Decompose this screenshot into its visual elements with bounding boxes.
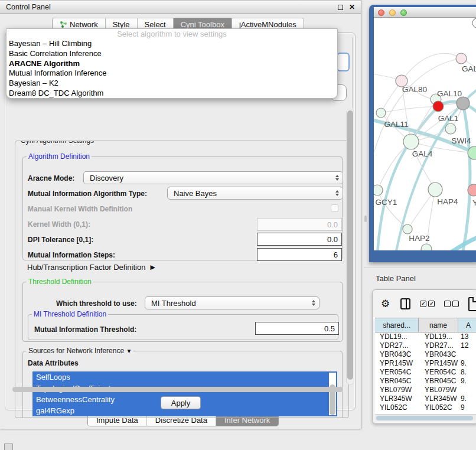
node-salmon[interactable]: [468, 184, 476, 196]
table-row[interactable]: YDR27... YDR27... 12: [375, 341, 476, 350]
node-hap2[interactable]: [403, 224, 412, 234]
node-label: GAL4: [412, 149, 433, 158]
cell-name: YBL079W: [419, 386, 458, 394]
minimize-traffic-light-icon[interactable]: [389, 9, 396, 16]
attributes-scrollbar[interactable]: [329, 373, 336, 415]
document-icon[interactable]: [468, 297, 476, 311]
node-partial-bottom[interactable]: [421, 244, 432, 250]
cell-value: [458, 350, 476, 359]
close-icon[interactable]: ✕: [349, 5, 355, 10]
column-header-name[interactable]: name: [419, 318, 458, 332]
node-gray[interactable]: [457, 97, 470, 110]
group-title: MI Threshold Definition: [32, 310, 108, 318]
network-window-titlebar[interactable]: [374, 7, 476, 18]
mi-threshold-definition-group: MI Threshold Definition Mutual Informati…: [28, 314, 338, 340]
close-traffic-light-icon[interactable]: [378, 9, 384, 16]
algorithm-option[interactable]: Bayesian – Hill Climbing: [6, 39, 337, 49]
settings-horizontal-scrollbar[interactable]: [12, 387, 343, 392]
unchecked-checkbox-icon: [444, 301, 451, 307]
table-row[interactable]: YBR045C YBR045C 9.: [375, 377, 476, 386]
network-edge[interactable]: [462, 103, 470, 250]
table-row[interactable]: YDL19... YDL19... 13: [375, 332, 476, 341]
node-gal11[interactable]: [376, 108, 386, 118]
network-edge[interactable]: [445, 235, 476, 250]
node-gcy1[interactable]: [374, 185, 383, 195]
hidden-groupbox-border-fragment: [352, 37, 353, 108]
hub-definition-expander[interactable]: Hub/Transcription Factor Definition ▶: [27, 263, 155, 272]
cell-shared-name: YBR045C: [375, 377, 419, 386]
node-partial-top[interactable]: [472, 18, 476, 28]
aracne-mode-combobox[interactable]: Discovery: [83, 171, 343, 184]
node-label: HAP2: [409, 234, 429, 243]
mi-steps-label: Mutual Information Steps:: [28, 251, 115, 259]
combobox-value: Discovery: [84, 174, 333, 182]
float-window-icon[interactable]: [338, 5, 343, 10]
data-attributes-list[interactable]: SelfLoops TopologicalCoefficient Between…: [32, 371, 337, 416]
algorithm-option[interactable]: Dream8 DC_TDC Algorithm: [6, 89, 337, 99]
apply-button[interactable]: Apply: [161, 396, 201, 409]
network-edge[interactable]: [402, 53, 461, 81]
cell-value: [458, 386, 476, 394]
table-row[interactable]: YPR145W YPR145W 9.: [375, 359, 476, 368]
algorithm-option-selected[interactable]: ARACNE Algorithm: [6, 59, 337, 69]
deselect-all-rows-icon[interactable]: [444, 301, 459, 307]
table-panel-divider: [364, 267, 476, 268]
gear-icon[interactable]: ⚙: [381, 299, 390, 309]
table-row[interactable]: YLR345W YLR345W 9.: [375, 394, 476, 403]
zoom-traffic-light-icon[interactable]: [400, 9, 407, 16]
table-row[interactable]: YER054C YER054C 8.: [375, 368, 476, 377]
node-red-selected[interactable]: [433, 101, 444, 112]
threshold-definition-group: Threshold Definition Which threshold to …: [22, 282, 343, 342]
node-label: HAP4: [437, 197, 458, 206]
table-horizontal-scrollbar[interactable]: [375, 414, 476, 420]
group-title: Threshold Definition: [27, 278, 93, 286]
network-window[interactable]: GAL GAL80 GAL10 GAL11 GAL1 SWI4 GAL4 GCY…: [369, 5, 476, 262]
algorithm-option[interactable]: Basic Correlation Inference: [6, 49, 337, 59]
scrollbar-thumb[interactable]: [347, 110, 353, 380]
which-threshold-combobox[interactable]: MI Threshold: [145, 296, 319, 309]
node-gal7[interactable]: [456, 53, 467, 64]
settings-vertical-scrollbar[interactable]: [346, 109, 354, 385]
node-label: SWI4: [451, 136, 471, 145]
table-row[interactable]: YIL052C YIL052C 9: [375, 403, 476, 412]
node-gal4[interactable]: [403, 134, 419, 149]
cell-value: 9.: [458, 359, 476, 368]
cell-value: 9.: [458, 394, 476, 403]
node-gal1[interactable]: [445, 123, 456, 134]
attribute-item-selected[interactable]: SelfLoops: [32, 371, 337, 383]
column-header-shared-name[interactable]: shared...: [375, 318, 419, 332]
cell-name: YPR145W: [419, 359, 458, 368]
node-hap4[interactable]: [428, 182, 442, 197]
panel-divider-grip[interactable]: [364, 216, 367, 222]
table-panel-title: Table Panel: [376, 274, 416, 283]
column-header-partial[interactable]: A: [458, 318, 476, 332]
table-header-row: shared... name A: [375, 318, 476, 332]
hub-definition-label: Hub/Transcription Factor Definition: [27, 263, 145, 272]
data-attributes-label: Data Attributes: [28, 359, 79, 367]
bottom-left-icon-fragment[interactable]: [4, 444, 13, 450]
select-all-rows-icon[interactable]: ✓ ✓: [420, 301, 435, 307]
cell-shared-name: YER054C: [375, 368, 419, 377]
table-row[interactable]: YBR043C YBR043C: [375, 350, 476, 359]
cell-value: 8.: [458, 368, 476, 377]
collapse-arrow-icon[interactable]: ▼: [126, 348, 132, 354]
mi-steps-field[interactable]: 6: [257, 248, 342, 261]
panel-title: Control Panel: [6, 3, 51, 11]
algorithm-option[interactable]: Mutual Information Inference: [6, 69, 337, 79]
table-toolbar: ⚙ ✓ ✓: [373, 290, 476, 318]
columns-icon[interactable]: [400, 298, 410, 309]
dpi-tolerance-field[interactable]: 0.0: [257, 233, 342, 246]
cell-name: YDL19...: [419, 332, 458, 341]
network-graph[interactable]: GAL GAL80 GAL10 GAL11 GAL1 SWI4 GAL4 GCY…: [374, 18, 476, 250]
node-label: GAL80: [402, 85, 427, 94]
kernel-width-field[interactable]: 0.0: [257, 218, 342, 231]
screen: Control Panel ✕ Network Style Select: [0, 0, 476, 450]
algorithm-option[interactable]: Bayesian – K2: [6, 79, 337, 89]
table-row[interactable]: YBL079W YBL079W: [375, 386, 476, 394]
mi-threshold-field[interactable]: 0.5: [255, 322, 339, 335]
scrollbar-thumb[interactable]: [376, 416, 473, 420]
mi-type-combobox[interactable]: Naive Bayes: [167, 187, 343, 200]
manual-kernel-label: Manual Kernel Width Definition: [28, 205, 132, 213]
network-canvas[interactable]: GAL GAL80 GAL10 GAL11 GAL1 SWI4 GAL4 GCY…: [374, 18, 476, 250]
manual-kernel-checkbox[interactable]: [331, 204, 338, 212]
